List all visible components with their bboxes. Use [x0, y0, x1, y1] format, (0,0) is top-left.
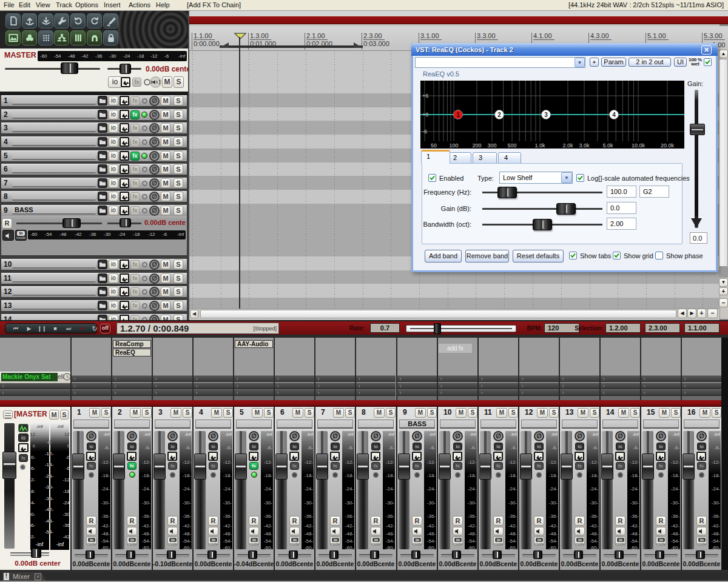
svg-text:5.0k: 5.0k [602, 142, 613, 149]
svg-text:2: 2 [497, 112, 501, 118]
svg-text:10.0k: 10.0k [632, 142, 645, 149]
svg-text:500: 500 [507, 142, 516, 149]
svg-text:2.0k: 2.0k [562, 142, 573, 149]
svg-text:300: 300 [487, 142, 496, 149]
svg-text:-6: -6 [422, 129, 427, 135]
svg-text:3.0k: 3.0k [579, 142, 590, 149]
svg-text:+0: +0 [422, 112, 428, 118]
svg-text:200: 200 [472, 142, 481, 149]
svg-text:100: 100 [449, 142, 458, 149]
svg-text:20.0k: 20.0k [661, 142, 675, 149]
svg-text:+6: +6 [422, 93, 428, 99]
svg-text:1.0k: 1.0k [534, 142, 545, 149]
svg-text:50: 50 [431, 142, 437, 149]
svg-text:4: 4 [612, 112, 616, 118]
svg-text:1: 1 [456, 112, 460, 118]
svg-text:3: 3 [544, 112, 548, 118]
